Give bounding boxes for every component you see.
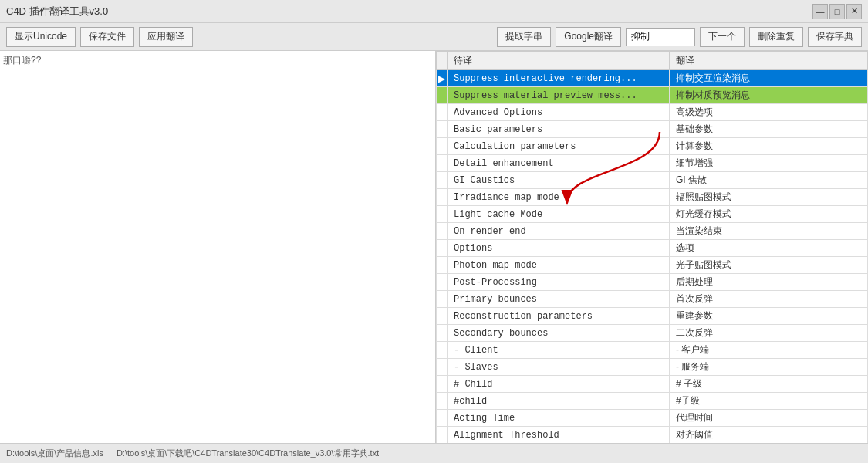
table-row[interactable]: Advanced Options高级选项 (437, 104, 868, 121)
table-row[interactable]: #child#子级 (437, 393, 868, 410)
row-pending-cell: Detail enhancement (448, 155, 670, 172)
row-translation-cell: 高级选项 (670, 104, 868, 121)
row-translation-cell: 灯光缓存模式 (670, 206, 868, 223)
delete-duplicate-button[interactable]: 删除重复 (749, 27, 803, 47)
table-row[interactable]: Suppress material preview mess...抑制材质预览消… (437, 87, 868, 104)
status-bar: D:\tools\桌面\产品信息.xls D:\tools\桌面\下载吧\C4D… (0, 443, 868, 463)
table-row[interactable]: # Child# 子级 (437, 376, 868, 393)
row-pending-cell: Irradiance map mode (448, 189, 670, 206)
table-row[interactable]: Calculation parameters计算参数 (437, 138, 868, 155)
title-bar-left: C4D 插件翻译工具v3.0 (6, 5, 108, 19)
row-translation-cell: 选项 (670, 240, 868, 257)
table-row[interactable]: Light cache Mode灯光缓存模式 (437, 206, 868, 223)
table-row[interactable]: Primary bounces首次反弹 (437, 291, 868, 308)
row-arrow-cell (437, 427, 448, 444)
table-row[interactable]: Options选项 (437, 240, 868, 257)
table-row[interactable]: - Client- 客户端 (437, 342, 868, 359)
table-row[interactable]: Photon map mode光子贴图模式 (437, 257, 868, 274)
apply-translation-button[interactable]: 应用翻译 (139, 27, 193, 47)
table-row[interactable]: Post-Processing后期处理 (437, 274, 868, 291)
row-arrow-cell (437, 342, 448, 359)
row-arrow-cell (437, 87, 448, 104)
table-row[interactable]: On render end当渲染结束 (437, 223, 868, 240)
show-unicode-button[interactable]: 显示Unicode (6, 27, 76, 47)
left-panel: 那口嚼?? (0, 51, 436, 443)
status-right-path: D:\tools\桌面\下载吧\C4DTranslate30\C4DTransl… (117, 448, 379, 459)
row-pending-cell: Suppress material preview mess... (448, 87, 670, 104)
table-container[interactable]: 待译 翻译 ▶Suppress interactive rendering...… (436, 51, 868, 443)
table-body: ▶Suppress interactive rendering...抑制交互渲染… (437, 70, 868, 444)
row-arrow-cell (437, 257, 448, 274)
maximize-button[interactable]: □ (829, 4, 845, 19)
table-row[interactable]: Alignment Threshold对齐阈值 (437, 427, 868, 444)
row-translation-cell: 细节增强 (670, 155, 868, 172)
row-pending-cell: Secondary bounces (448, 325, 670, 342)
row-translation-cell: 后期处理 (670, 274, 868, 291)
row-translation-cell: 重建参数 (670, 308, 868, 325)
left-panel-text: 那口嚼?? (3, 55, 41, 66)
row-arrow-cell (437, 291, 448, 308)
row-translation-cell: 代理时间 (670, 410, 868, 427)
row-arrow-cell (437, 240, 448, 257)
row-arrow-cell (437, 223, 448, 240)
row-arrow-cell (437, 376, 448, 393)
save-file-button[interactable]: 保存文件 (80, 27, 134, 47)
table-wrapper: 待译 翻译 ▶Suppress interactive rendering...… (436, 51, 868, 443)
row-pending-cell: Calculation parameters (448, 138, 670, 155)
table-row[interactable]: Secondary bounces二次反弹 (437, 325, 868, 342)
table-row[interactable]: ▶Suppress interactive rendering...抑制交互渲染… (437, 70, 868, 87)
table-row[interactable]: - Slaves- 服务端 (437, 359, 868, 376)
table-row[interactable]: Acting Time代理时间 (437, 410, 868, 427)
row-pending-cell: - Client (448, 342, 670, 359)
title-bar-controls: — □ ✕ (812, 4, 862, 19)
row-translation-cell: - 服务端 (670, 359, 868, 376)
table-row[interactable]: Reconstruction parameters重建参数 (437, 308, 868, 325)
row-pending-cell: Photon map mode (448, 257, 670, 274)
row-pending-cell: Advanced Options (448, 104, 670, 121)
row-translation-cell: 当渲染结束 (670, 223, 868, 240)
row-pending-cell: Post-Processing (448, 274, 670, 291)
row-arrow-cell (437, 104, 448, 121)
row-arrow-cell (437, 325, 448, 342)
col-translation-header: 翻译 (670, 52, 868, 70)
row-pending-cell: Primary bounces (448, 291, 670, 308)
search-input[interactable] (626, 28, 695, 46)
row-translation-cell: - 客户端 (670, 342, 868, 359)
save-dictionary-button[interactable]: 保存字典 (808, 27, 862, 47)
row-translation-cell: 基础参数 (670, 121, 868, 138)
table-row[interactable]: GI CausticsGI 焦散 (437, 172, 868, 189)
row-arrow-cell (437, 308, 448, 325)
row-translation-cell: 辐照贴图模式 (670, 189, 868, 206)
row-arrow-cell (437, 155, 448, 172)
close-button[interactable]: ✕ (846, 4, 862, 19)
row-pending-cell: #child (448, 393, 670, 410)
row-translation-cell: GI 焦散 (670, 172, 868, 189)
row-pending-cell: Reconstruction parameters (448, 308, 670, 325)
row-translation-cell: 对齐阈值 (670, 427, 868, 444)
row-pending-cell: On render end (448, 223, 670, 240)
table-row[interactable]: Basic parameters基础参数 (437, 121, 868, 138)
main-content: 那口嚼?? 待译 翻译 ▶Suppress interactive render… (0, 51, 868, 443)
row-translation-cell: # 子级 (670, 376, 868, 393)
google-translate-button[interactable]: Google翻译 (556, 27, 621, 47)
row-translation-cell: 二次反弹 (670, 325, 868, 342)
status-left-path: D:\tools\桌面\产品信息.xls (6, 448, 103, 459)
row-pending-cell: - Slaves (448, 359, 670, 376)
table-row[interactable]: Irradiance map mode辐照贴图模式 (437, 189, 868, 206)
next-button[interactable]: 下一个 (700, 27, 745, 47)
row-translation-cell: 计算参数 (670, 138, 868, 155)
right-panel: 待译 翻译 ▶Suppress interactive rendering...… (436, 51, 868, 443)
minimize-button[interactable]: — (812, 4, 828, 19)
title-bar: C4D 插件翻译工具v3.0 — □ ✕ (0, 0, 868, 23)
row-arrow-cell (437, 274, 448, 291)
row-pending-cell: Basic parameters (448, 121, 670, 138)
row-arrow-cell (437, 206, 448, 223)
row-pending-cell: Suppress interactive rendering... (448, 70, 670, 87)
row-arrow-cell (437, 410, 448, 427)
separator-1 (201, 28, 201, 46)
extract-string-button[interactable]: 提取字串 (497, 27, 551, 47)
table-row[interactable]: Detail enhancement细节增强 (437, 155, 868, 172)
table-header-row: 待译 翻译 (437, 52, 868, 70)
row-arrow-cell (437, 359, 448, 376)
row-translation-cell: 抑制材质预览消息 (670, 87, 868, 104)
